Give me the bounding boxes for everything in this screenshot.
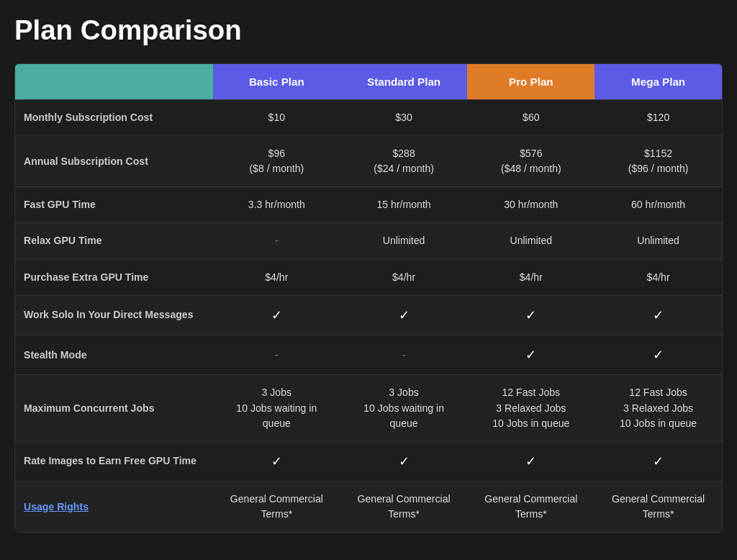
header-pro-plan: Pro Plan: [467, 64, 594, 100]
cell-basic: ✓: [213, 441, 340, 481]
checkmark-icon: ✓: [525, 308, 536, 322]
usage-rights-link[interactable]: Usage Rights: [24, 501, 89, 512]
cell-standard: ✓: [340, 441, 468, 481]
cell-basic: -: [213, 223, 340, 259]
cell-basic: 3.3 hr/month: [213, 187, 340, 223]
cell-mega: ✓: [594, 441, 722, 481]
row-label: Maximum Concurrent Jobs: [15, 375, 213, 441]
cell-standard: $4/hr: [340, 259, 468, 295]
dash-indicator: -: [402, 349, 406, 361]
cell-basic: $10: [213, 100, 340, 136]
checkmark-icon: ✓: [653, 454, 664, 469]
cell-standard: 3 Jobs10 Jobs waiting in queue: [340, 375, 468, 441]
cell-basic: 3 Jobs10 Jobs waiting in queue: [213, 375, 340, 441]
cell-pro: General Commercial Terms*: [467, 482, 594, 533]
cell-mega: Unlimited: [594, 223, 722, 259]
cell-mega: $1152($96 / month): [594, 136, 722, 187]
cell-standard: Unlimited: [340, 223, 468, 259]
header-mega-plan: Mega Plan: [594, 64, 722, 100]
checkmark-icon: ✓: [653, 348, 664, 362]
cell-basic: ✓: [213, 295, 340, 335]
cell-basic: -: [213, 335, 340, 375]
table-row: Monthly Subscription Cost$10$30$60$120: [15, 100, 722, 136]
comparison-table: Basic Plan Standard Plan Pro Plan Mega P…: [15, 64, 722, 532]
cell-pro: 30 hr/month: [467, 187, 594, 223]
checkmark-icon: ✓: [525, 454, 536, 469]
cell-basic: General Commercial Terms*: [213, 482, 340, 533]
table-row: Stealth Mode--✓✓: [15, 335, 722, 375]
checkmark-icon: ✓: [271, 454, 282, 469]
checkmark-icon: ✓: [653, 308, 664, 322]
cell-mega: General Commercial Terms*: [594, 482, 722, 533]
cell-pro: $4/hr: [467, 259, 594, 295]
table-row: Work Solo In Your Direct Messages✓✓✓✓: [15, 295, 722, 335]
cell-pro: Unlimited: [467, 223, 594, 259]
cell-pro: $576($48 / month): [467, 136, 594, 187]
row-label: Fast GPU Time: [15, 187, 213, 223]
cell-standard: -: [340, 335, 468, 375]
row-label: Monthly Subscription Cost: [15, 100, 213, 136]
table-row: Relax GPU Time-UnlimitedUnlimitedUnlimit…: [15, 223, 722, 259]
dash-indicator: -: [275, 349, 279, 361]
cell-mega: 60 hr/month: [594, 187, 722, 223]
row-label: Rate Images to Earn Free GPU Time: [15, 441, 213, 481]
table-row: Purchase Extra GPU Time$4/hr$4/hr$4/hr$4…: [15, 259, 722, 295]
cell-basic: $4/hr: [213, 259, 340, 295]
cell-pro: ✓: [467, 295, 594, 335]
table-row: Rate Images to Earn Free GPU Time✓✓✓✓: [15, 441, 722, 481]
table-row: Usage RightsGeneral Commercial Terms*Gen…: [15, 482, 722, 533]
header-standard-plan: Standard Plan: [340, 64, 468, 100]
table-row: Maximum Concurrent Jobs3 Jobs10 Jobs wai…: [15, 375, 722, 441]
cell-pro: ✓: [467, 441, 594, 481]
table-row: Fast GPU Time3.3 hr/month15 hr/month30 h…: [15, 187, 722, 223]
row-label: Annual Subscription Cost: [15, 136, 213, 187]
cell-standard: $288($24 / month): [340, 136, 468, 187]
checkmark-icon: ✓: [399, 454, 410, 469]
cell-standard: $30: [340, 100, 468, 136]
cell-mega: ✓: [594, 295, 722, 335]
table-body: Monthly Subscription Cost$10$30$60$120An…: [15, 100, 722, 533]
row-label: Work Solo In Your Direct Messages: [15, 295, 213, 335]
cell-standard: General Commercial Terms*: [340, 482, 468, 533]
table-header: Basic Plan Standard Plan Pro Plan Mega P…: [15, 64, 722, 100]
cell-mega: $120: [594, 100, 722, 136]
cell-mega: ✓: [594, 335, 722, 375]
checkmark-icon: ✓: [525, 348, 536, 362]
row-label: Purchase Extra GPU Time: [15, 259, 213, 295]
dash-indicator: -: [275, 235, 279, 246]
cell-pro: ✓: [467, 335, 594, 375]
row-label: Relax GPU Time: [15, 223, 213, 259]
cell-pro: $60: [467, 100, 594, 136]
cell-standard: 15 hr/month: [340, 187, 468, 223]
cell-mega: $4/hr: [594, 259, 722, 295]
cell-basic: $96($8 / month): [213, 136, 340, 187]
cell-pro: 12 Fast Jobs3 Relaxed Jobs10 Jobs in que…: [467, 375, 594, 441]
checkmark-icon: ✓: [271, 308, 282, 322]
cell-standard: ✓: [340, 295, 468, 335]
checkmark-icon: ✓: [399, 308, 410, 322]
header-basic-plan: Basic Plan: [213, 64, 340, 100]
row-label[interactable]: Usage Rights: [15, 482, 213, 533]
comparison-table-wrapper: Basic Plan Standard Plan Pro Plan Mega P…: [14, 63, 723, 533]
cell-mega: 12 Fast Jobs3 Relaxed Jobs10 Jobs in que…: [594, 375, 722, 441]
table-row: Annual Subscription Cost$96($8 / month)$…: [15, 136, 722, 187]
page-title: Plan Comparison: [14, 14, 723, 46]
header-col0: [15, 64, 213, 100]
row-label: Stealth Mode: [15, 335, 213, 375]
